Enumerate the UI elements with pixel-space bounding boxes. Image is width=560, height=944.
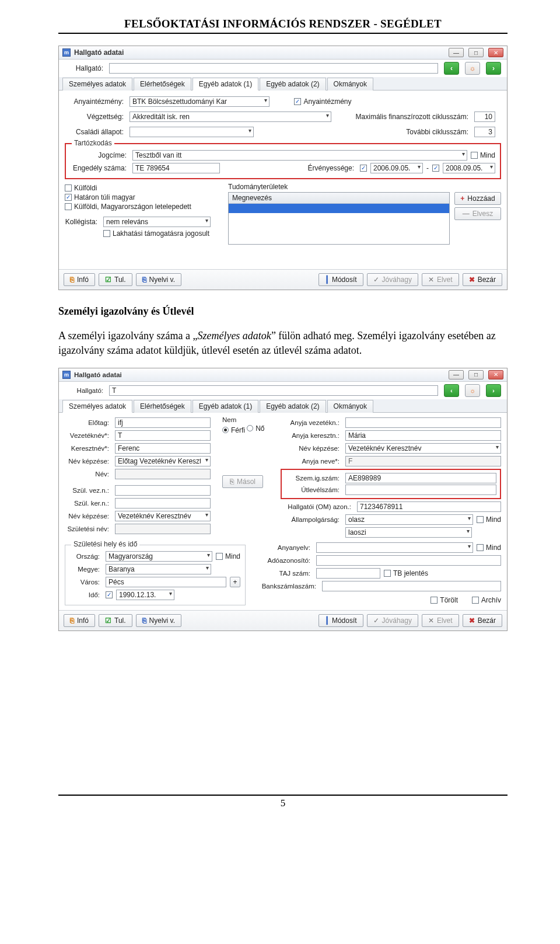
nav-prev-button[interactable]: ‹	[444, 62, 459, 75]
tul-button[interactable]: ☑Tul.	[99, 273, 132, 286]
nevkepzese2-select[interactable]	[345, 443, 501, 454]
anyja-vez-input[interactable]	[345, 417, 501, 428]
masol-button[interactable]: ⎘Másol	[222, 475, 263, 488]
modosit-button[interactable]: ┃Módosít	[318, 273, 363, 286]
nav-prev-button-2[interactable]: ‹	[444, 384, 459, 397]
tab-szemelyes[interactable]: Személyes adatok	[62, 78, 132, 90]
nav-next-button[interactable]: ›	[486, 62, 501, 75]
nav-open-button-2[interactable]: ☼	[465, 384, 480, 397]
bankszamla-input[interactable]	[322, 581, 501, 591]
allampolg2-select[interactable]	[345, 527, 472, 538]
nyelvi-label-2: Nyelvi v.	[149, 616, 175, 625]
varos-add-button[interactable]: +	[230, 577, 240, 587]
no-radio[interactable]: Nő	[247, 424, 264, 433]
nevkepzese-select[interactable]	[115, 456, 211, 466]
close-button[interactable]: ✕	[488, 48, 503, 57]
nav-next-button-2[interactable]: ›	[486, 384, 501, 397]
jogcim-select[interactable]	[132, 150, 467, 161]
orszag-select[interactable]	[106, 551, 212, 562]
allampolg-select[interactable]	[345, 514, 473, 525]
tab-elerhetosegek[interactable]: Elérhetőségek	[134, 78, 191, 90]
nyelvi-button-2[interactable]: ⎘Nyelvi v.	[136, 614, 181, 627]
anyaintezmeny-checkbox[interactable]: ✓Anyaintézmény	[294, 97, 351, 106]
tudomany-list-selected[interactable]	[229, 204, 449, 213]
minimize-button[interactable]: —	[449, 48, 464, 57]
date-from-input[interactable]	[370, 163, 423, 173]
archiv-checkbox[interactable]: Archív	[472, 596, 501, 604]
date-to-chk[interactable]: ✓	[432, 165, 439, 172]
hallgato-input[interactable]	[109, 63, 438, 74]
keresztnev-input[interactable]	[115, 443, 211, 454]
elvet-button[interactable]: ✕Elvet	[422, 273, 459, 286]
szul-kern-label: Szül. ker.n.:	[65, 500, 111, 507]
modosit-button-2[interactable]: ┃Módosít	[318, 614, 363, 627]
maximize-button-2[interactable]: □	[468, 370, 484, 379]
vezeteknev-input[interactable]	[115, 430, 211, 441]
tab-egyeb1-2[interactable]: Egyéb adatok (1)	[192, 400, 258, 413]
vegzettseg-select[interactable]	[130, 112, 331, 122]
close-button-2[interactable]: ✕	[488, 370, 503, 379]
info-button-2[interactable]: ⎘Infó	[64, 614, 95, 627]
tab-egyeb2[interactable]: Egyéb adatok (2)	[260, 78, 326, 90]
nav-open-button[interactable]: ☼	[465, 62, 480, 75]
engedely-input[interactable]	[132, 163, 220, 173]
tovabbi-input[interactable]	[474, 127, 495, 137]
szemig-input[interactable]	[345, 473, 496, 483]
hallgato-input-2[interactable]	[109, 385, 438, 396]
mind-checkbox[interactable]: Mind	[471, 151, 495, 159]
hallg-om-input[interactable]	[357, 501, 501, 512]
max-fin-input[interactable]	[474, 112, 495, 122]
info-button[interactable]: ⎘Infó	[64, 273, 95, 286]
date-to-input[interactable]	[443, 163, 495, 173]
tab-egyeb1[interactable]: Egyéb adatok (1)	[192, 78, 258, 90]
varos-input[interactable]	[106, 577, 226, 587]
hataron-checkbox[interactable]: ✓Határon túli magyar	[65, 193, 211, 201]
nevkepzese3-select[interactable]	[115, 511, 211, 521]
tab-szemelyes-2[interactable]: Személyes adatok	[62, 400, 132, 413]
date-from-chk[interactable]: ✓	[360, 165, 367, 172]
maximize-button[interactable]: □	[468, 48, 484, 57]
tul-button-2[interactable]: ☑Tul.	[99, 614, 132, 627]
lakhatasi-checkbox[interactable]: Lakhatási támogatásra jogosult	[103, 229, 211, 238]
hozzaad-button[interactable]: +Hozzáad	[454, 192, 501, 205]
titlebar: m Hallgató adatai — □ ✕	[59, 46, 507, 60]
bezar-button-2[interactable]: ✖Bezár	[463, 614, 502, 627]
ido-input[interactable]	[116, 590, 174, 600]
allampolg-mind-checkbox[interactable]: Mind	[477, 515, 501, 524]
ido-checkbox[interactable]: ✓	[106, 591, 113, 598]
nyelvi-button[interactable]: ⎘Nyelvi v.	[136, 273, 181, 286]
tab-egyeb2-2[interactable]: Egyéb adatok (2)	[260, 400, 326, 413]
csaladi-select[interactable]	[130, 127, 254, 137]
utlevel-input[interactable]	[345, 485, 496, 495]
tab-okmanyok[interactable]: Okmányok	[327, 78, 373, 90]
bezar-label-2: Bezár	[478, 616, 496, 625]
anyaintezmeny-select[interactable]	[130, 96, 270, 107]
torolt-checkbox[interactable]: Törölt	[430, 596, 458, 604]
minimize-button-2[interactable]: —	[449, 370, 464, 379]
tartozkodas-group: Tartózkodás Jogcíme: Mind Engedély száma…	[65, 143, 501, 179]
elvesz-button[interactable]: —Elvesz	[454, 207, 501, 220]
orszag-mind-checkbox[interactable]: Mind	[216, 552, 240, 560]
jovahagy-button[interactable]: ✓Jóváhagy	[367, 273, 418, 286]
megye-select[interactable]	[106, 564, 211, 574]
szul-vezn-input[interactable]	[115, 485, 211, 496]
elvesz-label: Elvesz	[473, 210, 493, 218]
tudomany-listbox[interactable]: Megnevezés	[228, 192, 450, 245]
kollegista-select[interactable]	[103, 217, 211, 227]
anyja-kereszt-input[interactable]	[345, 430, 501, 441]
anyanyelv-select[interactable]	[316, 542, 473, 553]
bezar-button[interactable]: ✖Bezár	[463, 273, 502, 286]
kulfoldi-checkbox[interactable]: Külföldi	[65, 184, 211, 192]
kulfoldi-letelep-checkbox[interactable]: Külföldi, Magyarországon letelepedett	[65, 203, 211, 211]
szul-kern-input[interactable]	[115, 498, 211, 508]
jovahagy-button-2[interactable]: ✓Jóváhagy	[367, 614, 418, 627]
ferfi-radio[interactable]: Férfi	[222, 426, 245, 434]
taj-input[interactable]	[316, 568, 380, 579]
elvet-button-2[interactable]: ✕Elvet	[422, 614, 459, 627]
adoazon-input[interactable]	[316, 555, 501, 566]
anyanyelv-mind-checkbox[interactable]: Mind	[477, 544, 501, 552]
tab-okmanyok-2[interactable]: Okmányok	[327, 400, 373, 413]
elotag-input[interactable]	[115, 417, 211, 428]
tb-jelentes-checkbox[interactable]: TB jelentés	[384, 569, 428, 577]
tab-elerhetosegek-2[interactable]: Elérhetőségek	[134, 400, 191, 413]
